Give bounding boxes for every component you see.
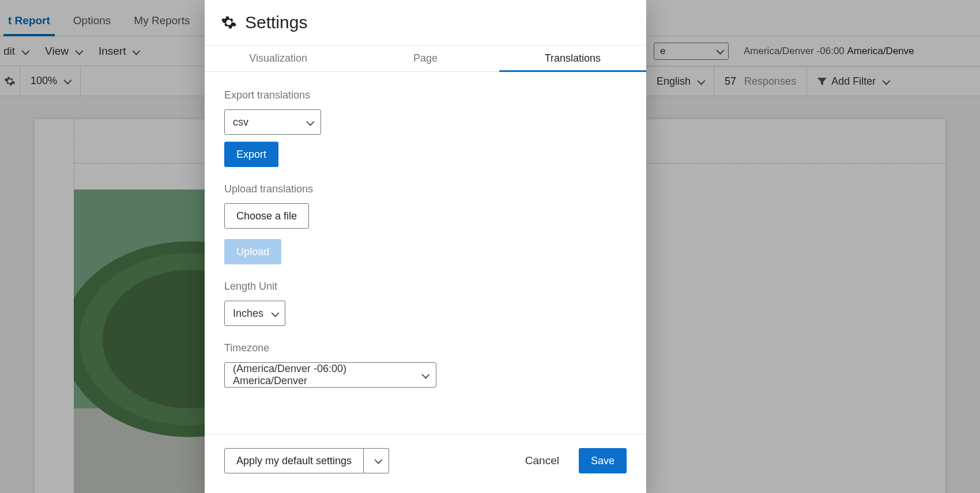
length-unit-section: Length Unit Inches (224, 280, 627, 326)
timezone-label: Timezone (224, 342, 627, 354)
chevron-down-icon (420, 369, 428, 381)
modal-body: Export translations csv Export Upload tr… (205, 72, 646, 434)
cancel-button[interactable]: Cancel (514, 448, 571, 473)
timezone-select[interactable]: (America/Denver -06:00) America/Denver (224, 362, 436, 388)
timezone-section: Timezone (America/Denver -06:00) America… (224, 342, 627, 388)
modal-header: Settings (205, 0, 646, 45)
save-button[interactable]: Save (579, 448, 627, 473)
timezone-value: (America/Denver -06:00) America/Denver (233, 363, 414, 387)
apply-defaults-split-button: Apply my default settings (224, 448, 389, 473)
export-format-select[interactable]: csv (224, 109, 321, 135)
settings-modal: Settings Visualization Page Translations… (205, 0, 646, 493)
chevron-down-icon (269, 308, 277, 320)
upload-section: Upload translations Choose a file Upload (224, 183, 627, 264)
length-unit-value: Inches (233, 308, 263, 320)
modal-tab-bar: Visualization Page Translations (205, 45, 646, 72)
upload-button[interactable]: Upload (224, 239, 281, 264)
export-section: Export translations csv Export (224, 89, 627, 167)
length-unit-label: Length Unit (224, 280, 627, 293)
modal-title: Settings (245, 13, 307, 32)
apply-defaults-caret[interactable] (364, 448, 389, 473)
export-button[interactable]: Export (224, 142, 278, 167)
tab-translations[interactable]: Translations (499, 45, 646, 71)
length-unit-select[interactable]: Inches (224, 301, 285, 326)
tab-page[interactable]: Page (352, 45, 499, 71)
export-format-value: csv (233, 116, 248, 128)
chevron-down-icon (372, 455, 380, 467)
export-translations-label: Export translations (224, 89, 627, 101)
choose-file-button[interactable]: Choose a file (224, 203, 309, 229)
modal-footer: Apply my default settings Cancel Save (205, 434, 646, 493)
upload-translations-label: Upload translations (224, 183, 627, 195)
gear-icon (221, 14, 237, 31)
tab-visualization[interactable]: Visualization (205, 45, 352, 71)
apply-defaults-button[interactable]: Apply my default settings (224, 448, 364, 473)
chevron-down-icon (304, 116, 312, 128)
